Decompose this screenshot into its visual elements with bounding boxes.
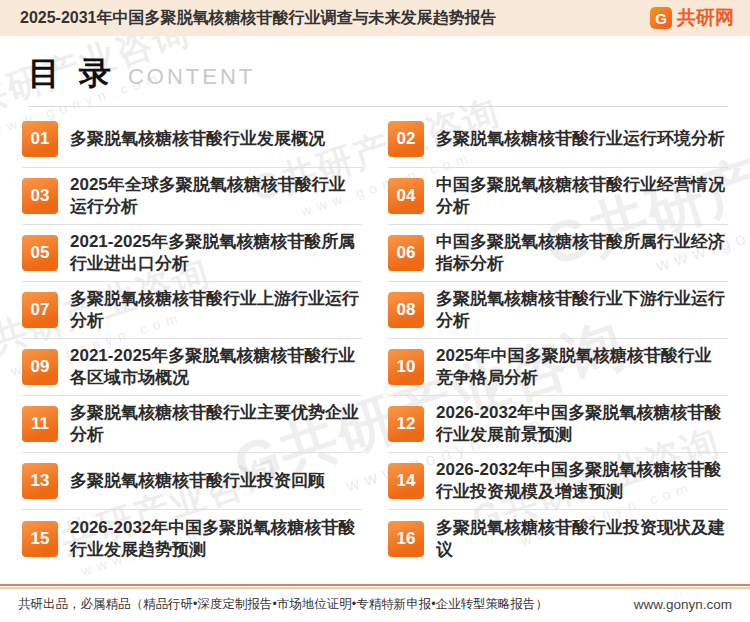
item-number-badge: 13 (22, 463, 58, 499)
item-title: 2021-2025年多聚脱氧核糖核苷酸所属行业进出口分析 (70, 231, 362, 275)
item-number-badge: 15 (22, 521, 58, 557)
item-number-badge: 10 (388, 349, 424, 385)
logo-g-icon: G (650, 7, 672, 29)
item-title: 2026-2032年中国多聚脱氧核糖核苷酸行业发展前景预测 (436, 402, 728, 446)
toc-item-01: 01 多聚脱氧核糖核苷酸行业发展概况 (22, 111, 362, 168)
item-number-badge: 07 (22, 292, 58, 328)
toc-heading: 目 录 CONTENT (28, 52, 728, 107)
report-title: 2025-2031年中国多聚脱氧核糖核苷酸行业调查与未来发展趋势报告 (20, 8, 497, 29)
item-number-badge: 02 (388, 121, 424, 157)
toc-item-08: 08 多聚脱氧核糖核苷酸行业下游行业运行分析 (388, 282, 728, 339)
item-title: 多聚脱氧核糖核苷酸行业发展概况 (70, 128, 325, 150)
toc-heading-cn: 目 录 (28, 52, 116, 96)
item-number-badge: 14 (388, 463, 424, 499)
toc-item-14: 14 2026-2032年中国多聚脱氧核糖核苷酸行业投资规模及增速预测 (388, 453, 728, 510)
item-number-badge: 03 (22, 178, 58, 214)
toc-heading-en: CONTENT (128, 64, 255, 90)
toc-item-09: 09 2021-2025年多聚脱氧核糖核苷酸行业各区域市场概况 (22, 339, 362, 396)
item-number-badge: 04 (388, 178, 424, 214)
item-title: 中国多聚脱氧核糖核苷酸所属行业经济指标分析 (436, 231, 728, 275)
item-title: 多聚脱氧核糖核苷酸行业运行环境分析 (436, 128, 725, 150)
toc-item-04: 04 中国多聚脱氧核糖核苷酸行业经营情况分析 (388, 168, 728, 225)
report-toc-page: G共研产业咨询 www.gonyn.com G共研产业咨询 www.gonyn.… (0, 0, 750, 622)
item-number-badge: 01 (22, 121, 58, 157)
item-title: 中国多聚脱氧核糖核苷酸行业经营情况分析 (436, 174, 728, 218)
item-number-badge: 16 (388, 521, 424, 557)
toc-item-05: 05 2021-2025年多聚脱氧核糖核苷酸所属行业进出口分析 (22, 225, 362, 282)
item-title: 2026-2032年中国多聚脱氧核糖核苷酸行业发展趋势预测 (70, 517, 362, 561)
item-number-badge: 06 (388, 235, 424, 271)
logo-text: 共研网 (677, 5, 734, 31)
item-title: 2021-2025年多聚脱氧核糖核苷酸行业各区域市场概况 (70, 345, 362, 389)
item-number-badge: 09 (22, 349, 58, 385)
item-title: 2026-2032年中国多聚脱氧核糖核苷酸行业投资规模及增速预测 (436, 459, 728, 503)
item-title: 多聚脱氧核糖核苷酸行业下游行业运行分析 (436, 288, 728, 332)
toc-list: 01 多聚脱氧核糖核苷酸行业发展概况 03 2025年全球多聚脱氧核糖核苷酸行业… (0, 107, 750, 567)
item-title: 多聚脱氧核糖核苷酸行业主要优势企业分析 (70, 402, 362, 446)
toc-item-10: 10 2025年中国多聚脱氧核糖核苷酸行业竞争格局分析 (388, 339, 728, 396)
toc-item-06: 06 中国多聚脱氧核糖核苷酸所属行业经济指标分析 (388, 225, 728, 282)
toc-column-right: 02 多聚脱氧核糖核苷酸行业运行环境分析 04 中国多聚脱氧核糖核苷酸行业经营情… (388, 111, 728, 567)
toc-item-02: 02 多聚脱氧核糖核苷酸行业运行环境分析 (388, 111, 728, 168)
item-number-badge: 11 (22, 406, 58, 442)
toc-item-15: 15 2026-2032年中国多聚脱氧核糖核苷酸行业发展趋势预测 (22, 510, 362, 567)
item-title: 多聚脱氧核糖核苷酸行业投资现状及建议 (436, 517, 728, 561)
footer: 共研出品，必属精品（精品行研•深度定制报告•市场地位证明•专精特新申报•企业转型… (0, 584, 750, 622)
toc-item-07: 07 多聚脱氧核糖核苷酸行业上游行业运行分析 (22, 282, 362, 339)
toc-item-11: 11 多聚脱氧核糖核苷酸行业主要优势企业分析 (22, 396, 362, 453)
item-number-badge: 05 (22, 235, 58, 271)
footer-slogan: 共研出品，必属精品（精品行研•深度定制报告•市场地位证明•专精特新申报•企业转型… (18, 596, 548, 613)
item-title: 2025年全球多聚脱氧核糖核苷酸行业运行分析 (70, 174, 362, 218)
brand-logo: G 共研网 (650, 5, 734, 31)
item-title: 多聚脱氧核糖核苷酸行业上游行业运行分析 (70, 288, 362, 332)
toc-item-12: 12 2026-2032年中国多聚脱氧核糖核苷酸行业发展前景预测 (388, 396, 728, 453)
item-title: 多聚脱氧核糖核苷酸行业投资回顾 (70, 470, 325, 492)
toc-item-16: 16 多聚脱氧核糖核苷酸行业投资现状及建议 (388, 510, 728, 567)
item-title: 2025年中国多聚脱氧核糖核苷酸行业竞争格局分析 (436, 345, 728, 389)
header-bar: 2025-2031年中国多聚脱氧核糖核苷酸行业调查与未来发展趋势报告 G 共研网 (0, 0, 750, 36)
item-number-badge: 08 (388, 292, 424, 328)
footer-url: www.gonyn.com (634, 597, 732, 612)
item-number-badge: 12 (388, 406, 424, 442)
toc-item-13: 13 多聚脱氧核糖核苷酸行业投资回顾 (22, 453, 362, 510)
toc-column-left: 01 多聚脱氧核糖核苷酸行业发展概况 03 2025年全球多聚脱氧核糖核苷酸行业… (22, 111, 362, 567)
toc-item-03: 03 2025年全球多聚脱氧核糖核苷酸行业运行分析 (22, 168, 362, 225)
